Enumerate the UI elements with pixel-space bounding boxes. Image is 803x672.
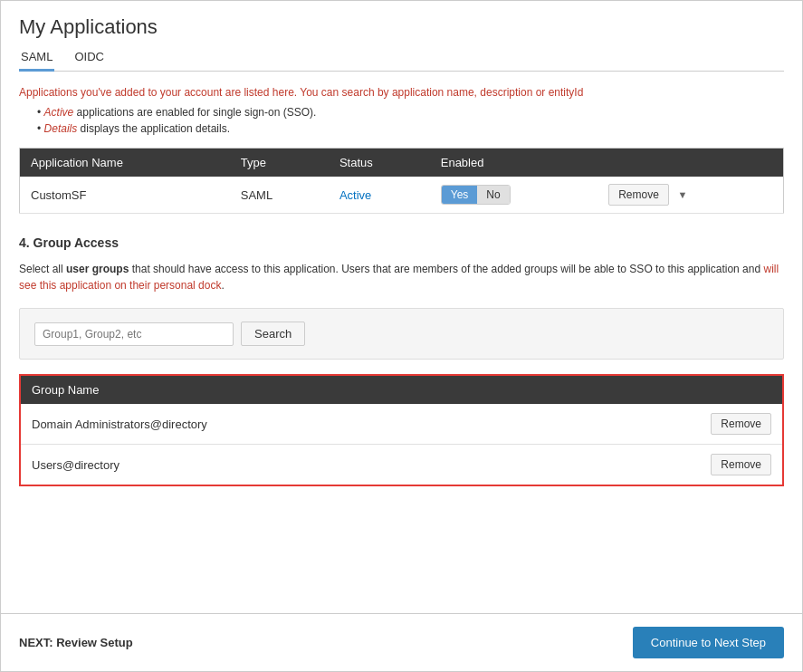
app-action-cell: Remove ▼ <box>597 177 783 214</box>
col-enabled: Enabled <box>430 149 597 178</box>
chevron-down-icon[interactable]: ▼ <box>678 189 688 200</box>
app-enabled-cell: Yes No <box>430 177 597 214</box>
group-table-body: Domain Administrators@directory Remove U… <box>21 404 782 485</box>
search-input[interactable] <box>34 322 234 346</box>
group-action-cell: Remove <box>559 404 782 445</box>
enabled-toggle[interactable]: Yes No <box>441 185 511 205</box>
info-text: Applications you've added to your accoun… <box>19 86 784 99</box>
next-label: NEXT: Review Setup <box>19 636 133 649</box>
page-title: My Applications <box>19 15 784 39</box>
app-status-cell: Active <box>329 177 430 214</box>
group-action-cell: Remove <box>559 445 782 485</box>
col-group-name: Group Name <box>21 376 559 404</box>
group-table-header: Group Name <box>21 376 782 404</box>
group-remove-button-1[interactable]: Remove <box>711 454 771 475</box>
continue-button[interactable]: Continue to Next Step <box>633 627 784 658</box>
applications-table: Application Name Type Status Enabled Cus… <box>19 148 784 214</box>
group-remove-button-0[interactable]: Remove <box>711 413 771 435</box>
header: My Applications SAML OIDC <box>1 1 802 72</box>
tab-saml[interactable]: SAML <box>19 46 54 71</box>
search-row: Search <box>34 322 769 346</box>
bullet-list: Active applications are enabled for sing… <box>37 106 784 135</box>
app-name-cell: CustomSF <box>20 177 230 214</box>
col-group-actions <box>559 376 782 404</box>
group-table-wrapper: Group Name Domain Administrators@directo… <box>19 374 784 486</box>
main-content: Applications you've added to your accoun… <box>1 72 802 613</box>
group-name-cell: Domain Administrators@directory <box>21 404 559 445</box>
bullet-details: Details displays the application details… <box>37 122 784 135</box>
col-type: Type <box>230 149 329 178</box>
app-remove-button[interactable]: Remove <box>608 184 669 206</box>
app-type-cell: SAML <box>230 177 329 214</box>
tabs-container: SAML OIDC <box>19 46 784 72</box>
section-title: 4. Group Access <box>19 235 784 250</box>
group-name-cell: Users@directory <box>21 445 559 485</box>
tab-oidc[interactable]: OIDC <box>72 46 106 71</box>
group-table: Group Name Domain Administrators@directo… <box>21 376 782 485</box>
group-search-area: Search <box>19 308 784 360</box>
toggle-yes[interactable]: Yes <box>442 186 478 204</box>
col-app-name: Application Name <box>20 149 230 178</box>
app-table-body: CustomSF SAML Active Yes No Remove ▼ <box>20 177 784 214</box>
table-row: CustomSF SAML Active Yes No Remove ▼ <box>20 177 784 214</box>
col-actions <box>597 149 783 178</box>
table-row: Domain Administrators@directory Remove <box>21 404 782 445</box>
bullet-active: Active applications are enabled for sing… <box>37 106 784 119</box>
table-row: Users@directory Remove <box>21 445 782 485</box>
page-wrapper: My Applications SAML OIDC Applications y… <box>0 0 803 672</box>
col-status: Status <box>329 149 430 178</box>
group-access-section: 4. Group Access Select all user groups t… <box>19 235 784 486</box>
search-button[interactable]: Search <box>241 322 305 346</box>
app-table-header: Application Name Type Status Enabled <box>20 149 784 178</box>
group-access-description: Select all user groups that should have … <box>19 261 784 293</box>
toggle-no[interactable]: No <box>477 186 509 204</box>
footer: NEXT: Review Setup Continue to Next Step <box>1 613 802 671</box>
